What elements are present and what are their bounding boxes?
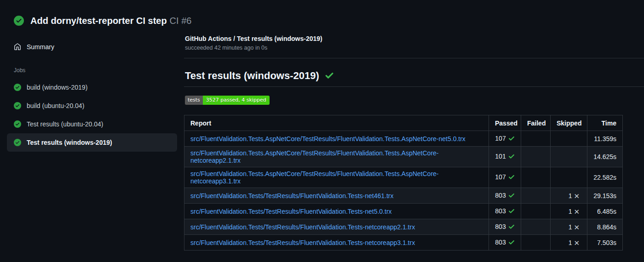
skipped-count: 1 (569, 239, 572, 246)
passed-count: 107 (495, 173, 506, 181)
check-icon (325, 71, 334, 81)
job-label: build (windows-2019) (27, 84, 87, 91)
job-label: Test results (ubuntu-20.04) (27, 120, 104, 128)
x-icon: ✕ (574, 239, 580, 246)
run-number: CI #6 (170, 16, 192, 26)
x-icon: ✕ (574, 208, 580, 215)
time-value: 8.864s (587, 219, 623, 235)
job-label: Test results (windows-2019) (27, 139, 112, 146)
report-link[interactable]: src/FluentValidation.Tests.AspNetCore/Te… (190, 149, 439, 164)
table-row: src/FluentValidation.Tests/TestResults/F… (184, 219, 623, 235)
home-icon (14, 43, 21, 51)
time-value: 14.625s (587, 147, 623, 167)
time-value: 29.153s (587, 188, 623, 204)
check-circle-icon (14, 84, 21, 91)
report-heading-text: Test results (windows-2019) (185, 70, 319, 82)
run-title: Add dorny/test-reporter CI step (30, 16, 167, 26)
job-label: build (ubuntu-20.04) (27, 102, 84, 109)
report-link[interactable]: src/FluentValidation.Tests/TestResults/F… (190, 192, 393, 199)
table-row: src/FluentValidation.Tests/TestResults/F… (184, 204, 623, 219)
report-link[interactable]: src/FluentValidation.Tests/TestResults/F… (190, 223, 415, 231)
tests-badge: tests 3527 passed, 4 skipped (185, 96, 270, 105)
report-link[interactable]: src/FluentValidation.Tests/TestResults/F… (190, 239, 415, 246)
check-circle-icon (14, 139, 21, 146)
sidebar-item-test-results-ubuntu-2004[interactable]: Test results (ubuntu-20.04) (7, 115, 177, 133)
table-row: src/FluentValidation.Tests/TestResults/F… (184, 188, 623, 204)
column-header-skipped: Skipped (551, 115, 587, 131)
report-link[interactable]: src/FluentValidation.Tests.AspNetCore/Te… (190, 135, 466, 142)
report-link[interactable]: src/FluentValidation.Tests.AspNetCore/Te… (190, 170, 439, 185)
check-icon (508, 192, 515, 200)
skipped-count: 1 (569, 223, 572, 231)
tests-badge-label: tests (185, 96, 203, 105)
section-divider (184, 58, 644, 58)
time-value: 22.582s (587, 167, 623, 188)
sidebar-item-build-ubuntu-2004[interactable]: build (ubuntu-20.04) (7, 97, 177, 115)
check-circle-icon (14, 16, 24, 26)
time-value: 7.503s (587, 235, 623, 251)
table-header-row: Report Passed Failed Skipped Time (184, 115, 623, 131)
check-icon (508, 223, 515, 231)
passed-count: 803 (495, 192, 506, 199)
column-header-failed: Failed (521, 115, 551, 131)
check-circle-icon (14, 102, 21, 109)
job-summary-status: succeeded 42 minutes ago in 0s (185, 45, 644, 51)
column-header-time: Time (587, 115, 623, 131)
check-icon (508, 208, 515, 216)
passed-count: 803 (495, 223, 506, 230)
check-icon (508, 239, 515, 247)
check-icon (508, 153, 515, 161)
x-icon: ✕ (574, 193, 580, 199)
tests-badge-value: 3527 passed, 4 skipped (203, 96, 270, 105)
skipped-count: 1 (569, 208, 572, 215)
job-summary: GitHub Actions / Test results (windows-2… (184, 34, 644, 51)
table-row: src/FluentValidation.Tests.AspNetCore/Te… (184, 131, 623, 147)
sidebar-item-test-results-windows-2019[interactable]: Test results (windows-2019) (7, 133, 177, 152)
x-icon: ✕ (574, 224, 580, 231)
table-row: src/FluentValidation.Tests.AspNetCore/Te… (184, 147, 623, 167)
summary-label: Summary (27, 43, 54, 51)
check-circle-icon (14, 120, 21, 128)
column-header-passed: Passed (489, 115, 521, 131)
job-summary-title: GitHub Actions / Test results (windows-2… (185, 35, 644, 42)
report-heading: Test results (windows-2019) (184, 70, 644, 87)
test-results-table: Report Passed Failed Skipped Time src/Fl… (184, 115, 623, 251)
sidebar-item-summary[interactable]: Summary (7, 40, 177, 54)
report-link[interactable]: src/FluentValidation.Tests/TestResults/F… (190, 208, 392, 215)
time-value: 11.359s (587, 131, 623, 147)
check-icon (508, 135, 515, 143)
jobs-sidebar: Summary Jobs build (windows-2019) build … (0, 29, 184, 152)
column-header-report: Report (184, 115, 489, 131)
table-row: src/FluentValidation.Tests.AspNetCore/Te… (184, 167, 623, 188)
check-icon (508, 174, 515, 182)
passed-count: 803 (495, 207, 506, 215)
passed-count: 107 (495, 135, 506, 142)
passed-count: 803 (495, 239, 506, 246)
skipped-count: 1 (569, 192, 572, 199)
jobs-heading: Jobs (14, 67, 184, 74)
time-value: 6.485s (587, 204, 623, 219)
main-panel: GitHub Actions / Test results (windows-2… (184, 29, 644, 251)
table-row: src/FluentValidation.Tests/TestResults/F… (184, 235, 623, 251)
sidebar-item-build-windows-2019[interactable]: build (windows-2019) (7, 78, 177, 97)
passed-count: 101 (495, 153, 506, 160)
run-header: Add dorny/test-reporter CI step CI #6 (0, 0, 644, 29)
